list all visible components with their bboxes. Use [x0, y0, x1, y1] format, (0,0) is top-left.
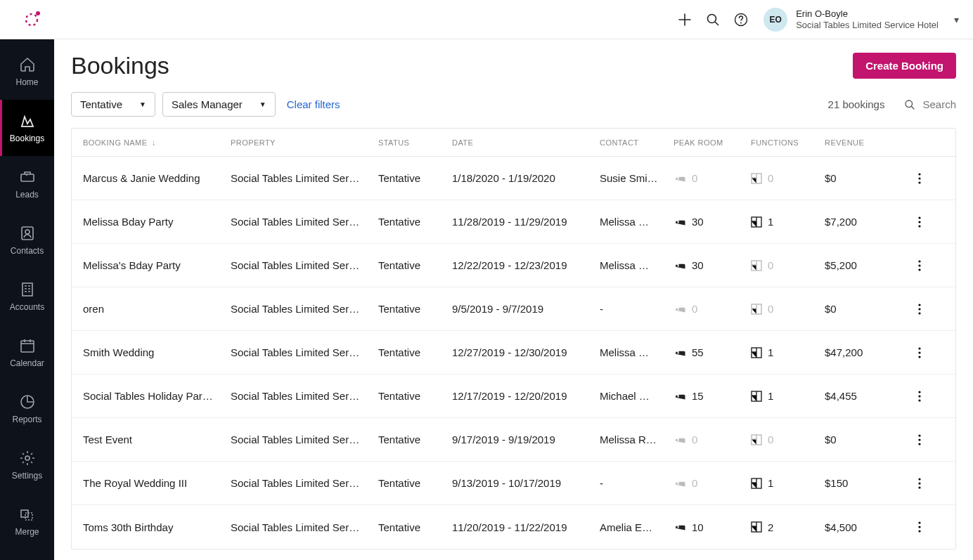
- table-row[interactable]: Toms 30th BirthdaySocial Tables Limited …: [72, 505, 955, 549]
- clear-filters-link[interactable]: Clear filters: [287, 98, 340, 110]
- sidebar-item-bookings[interactable]: Bookings: [0, 100, 54, 156]
- svg-rect-8: [22, 283, 32, 296]
- sidebar-item-merge[interactable]: Merge: [0, 493, 54, 549]
- bookings-icon: [19, 112, 36, 129]
- svg-point-0: [26, 14, 37, 25]
- user-org: Social Tables Limited Service Hotel: [796, 20, 939, 31]
- cell-date: 12/27/2019 - 12/30/2019: [452, 346, 600, 358]
- cell-contact: Michael …: [600, 390, 674, 402]
- col-status[interactable]: STATUS: [378, 138, 452, 147]
- table-row[interactable]: Melissa Bday PartySocial Tables Limited …: [72, 200, 955, 244]
- cell-date: 9/5/2019 - 9/7/2019: [452, 303, 600, 315]
- row-actions-button[interactable]: [906, 347, 934, 358]
- floorplan-icon: [751, 478, 762, 489]
- col-functions[interactable]: FUNCTIONS: [751, 138, 825, 147]
- create-icon-button[interactable]: [671, 6, 699, 34]
- sidebar-item-contacts[interactable]: Contacts: [0, 212, 54, 268]
- sidebar-item-label: Merge: [15, 527, 39, 537]
- cell-booking-name: Smith Wedding: [83, 346, 231, 358]
- table-row[interactable]: Test EventSocial Tables Limited Ser…Tent…: [72, 418, 955, 462]
- kebab-icon: [918, 478, 921, 489]
- table-row[interactable]: Social Tables Holiday Par…Social Tables …: [72, 375, 955, 418]
- cell-revenue: $4,500: [825, 521, 906, 533]
- col-peak-room[interactable]: PEAK ROOM: [674, 138, 751, 147]
- user-menu[interactable]: EO Erin O-Boyle Social Tables Limited Se…: [763, 8, 959, 32]
- avatar: EO: [763, 8, 787, 32]
- cell-booking-name: Marcus & Janie Wedding: [83, 172, 231, 184]
- cell-revenue: $4,455: [825, 390, 906, 402]
- sidebar-item-label: Calendar: [10, 358, 44, 368]
- row-actions-button[interactable]: [906, 173, 934, 184]
- sidebar-item-leads[interactable]: Leads: [0, 156, 54, 212]
- table-row[interactable]: orenSocial Tables Limited Ser…Tentative9…: [72, 287, 955, 331]
- svg-point-7: [25, 230, 30, 234]
- chevron-down-icon: ▾: [954, 14, 959, 25]
- sidebar-item-accounts[interactable]: Accounts: [0, 268, 54, 325]
- app-logo[interactable]: [8, 9, 54, 30]
- global-search-button[interactable]: [699, 6, 727, 34]
- row-actions-button[interactable]: [906, 478, 934, 489]
- sidebar-item-home[interactable]: Home: [0, 44, 54, 100]
- svg-point-38: [918, 399, 920, 401]
- kebab-icon: [918, 347, 921, 358]
- svg-point-42: [918, 443, 920, 445]
- sidebar-item-label: Leads: [15, 190, 39, 200]
- cell-contact: -: [600, 303, 674, 315]
- settings-icon: [19, 450, 36, 467]
- svg-point-29: [918, 308, 920, 310]
- cell-revenue: $150: [825, 477, 906, 489]
- table-row[interactable]: Smith WeddingSocial Tables Limited Ser…T…: [72, 331, 955, 375]
- filter-role-dropdown[interactable]: Sales Manager ▼: [162, 92, 276, 117]
- user-name: Erin O-Boyle: [796, 8, 939, 20]
- user-meta: Erin O-Boyle Social Tables Limited Servi…: [796, 8, 939, 30]
- row-actions-button[interactable]: [906, 391, 934, 402]
- create-booking-button[interactable]: Create Booking: [853, 53, 956, 79]
- sidebar-item-label: Bookings: [10, 134, 44, 143]
- sidebar-item-label: Settings: [12, 471, 42, 481]
- svg-point-11: [25, 456, 30, 460]
- bed-icon: [674, 217, 686, 227]
- row-actions-button[interactable]: [906, 304, 934, 315]
- sidebar-item-reports[interactable]: Reports: [0, 381, 54, 437]
- cell-revenue: $7,200: [825, 216, 906, 228]
- svg-rect-9: [21, 341, 34, 352]
- accounts-icon: [19, 281, 36, 298]
- cell-booking-name: Toms 30th Birthday: [83, 521, 231, 533]
- cell-functions: 0: [751, 172, 825, 184]
- col-revenue[interactable]: REVENUE: [825, 138, 906, 147]
- row-actions-button[interactable]: [906, 521, 934, 533]
- row-actions-button[interactable]: [906, 260, 934, 271]
- kebab-icon: [918, 304, 921, 315]
- table-row[interactable]: Marcus & Janie WeddingSocial Tables Limi…: [72, 157, 955, 200]
- col-property[interactable]: PROPERTY: [231, 138, 378, 147]
- col-booking-name[interactable]: BOOKING NAME ↓: [83, 138, 231, 148]
- filter-status-dropdown[interactable]: Tentative ▼: [71, 92, 155, 117]
- cell-status: Tentative: [378, 346, 452, 358]
- table-row[interactable]: Melissa's Bday PartySocial Tables Limite…: [72, 244, 955, 287]
- cell-contact: Susie Smi…: [600, 172, 674, 184]
- table-row[interactable]: The Royal Wedding IIISocial Tables Limit…: [72, 462, 955, 505]
- sidebar-item-calendar[interactable]: Calendar: [0, 325, 54, 381]
- table-search[interactable]: Search: [904, 98, 956, 110]
- cell-revenue: $47,200: [825, 346, 906, 358]
- svg-point-17: [918, 177, 920, 179]
- cell-booking-name: The Royal Wedding III: [83, 477, 231, 489]
- calendar-icon: [19, 337, 36, 354]
- col-contact[interactable]: CONTACT: [600, 138, 674, 147]
- col-date[interactable]: DATE: [452, 138, 600, 147]
- contacts-icon: [19, 225, 36, 242]
- cell-property: Social Tables Limited Ser…: [231, 521, 378, 533]
- sidebar-item-settings[interactable]: Settings: [0, 437, 54, 493]
- row-actions-button[interactable]: [906, 216, 934, 228]
- cell-status: Tentative: [378, 216, 452, 228]
- help-button[interactable]: [727, 6, 755, 34]
- bed-icon: [674, 391, 686, 401]
- cell-status: Tentative: [378, 172, 452, 184]
- cell-property: Social Tables Limited Ser…: [231, 259, 378, 271]
- row-actions-button[interactable]: [906, 434, 934, 445]
- cell-property: Social Tables Limited Ser…: [231, 477, 378, 489]
- svg-rect-13: [25, 513, 32, 520]
- floorplan-icon: [751, 260, 762, 271]
- cell-date: 9/17/2019 - 9/19/2019: [452, 434, 600, 445]
- floorplan-icon: [751, 347, 762, 358]
